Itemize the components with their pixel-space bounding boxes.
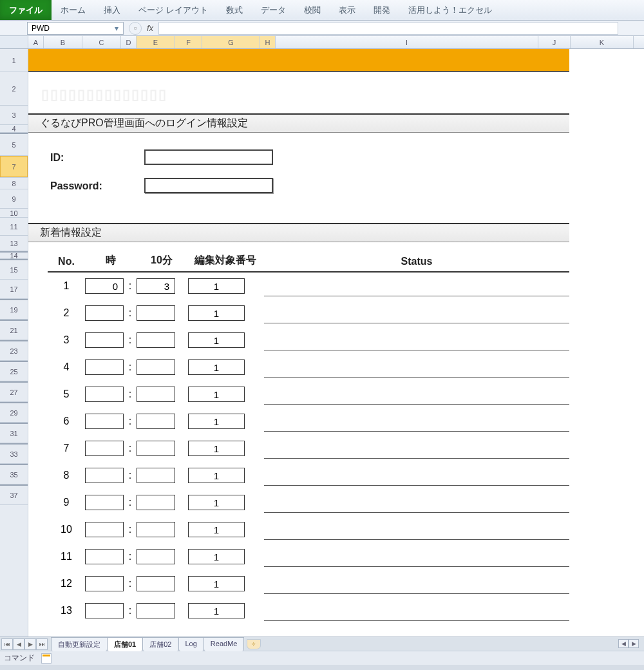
sheet-tab[interactable]: Log: [178, 637, 204, 651]
row-header-19[interactable]: 19: [0, 300, 28, 320]
row-header-37[interactable]: 37: [0, 486, 28, 505]
hour-input[interactable]: [85, 414, 124, 429]
col-header-H[interactable]: H: [260, 36, 276, 48]
sheet-tab[interactable]: 自動更新設定: [51, 637, 108, 651]
ribbon-tab-2[interactable]: 挿入: [95, 0, 129, 20]
status-cell[interactable]: [264, 443, 569, 459]
status-cell[interactable]: [264, 606, 569, 621]
minute-input[interactable]: [137, 522, 175, 537]
minute-input[interactable]: 3: [137, 278, 175, 294]
row-header-23[interactable]: 23: [0, 341, 28, 361]
hour-input[interactable]: [85, 576, 124, 591]
status-cell[interactable]: [264, 362, 569, 378]
status-cell[interactable]: [264, 497, 569, 513]
minute-input[interactable]: [137, 387, 175, 402]
row-header-27[interactable]: 27: [0, 383, 28, 402]
hscroll-left-icon[interactable]: ◀: [618, 639, 629, 648]
hour-input[interactable]: [85, 522, 124, 537]
edit-target-input[interactable]: 1: [188, 414, 245, 429]
edit-target-input[interactable]: 1: [188, 278, 245, 294]
status-cell[interactable]: [264, 335, 569, 350]
col-header-G[interactable]: G: [202, 36, 260, 48]
row-header-29[interactable]: 29: [0, 403, 28, 423]
status-cell[interactable]: [264, 389, 569, 405]
ribbon-tab-9[interactable]: 活用しよう！エクセル: [399, 0, 501, 20]
tab-nav-prev[interactable]: ◀: [13, 638, 24, 650]
col-header-K[interactable]: K: [571, 36, 634, 48]
chevron-down-icon[interactable]: ▾: [111, 24, 122, 33]
status-cell[interactable]: [264, 308, 569, 323]
edit-target-input[interactable]: 1: [188, 468, 245, 483]
col-header-C[interactable]: C: [82, 36, 121, 48]
id-input[interactable]: [144, 149, 273, 165]
row-header-14[interactable]: 14: [0, 253, 28, 259]
ribbon-tab-0[interactable]: ファイル: [0, 0, 52, 20]
hour-input[interactable]: [85, 603, 124, 618]
status-cell[interactable]: [264, 416, 569, 432]
minute-input[interactable]: [137, 332, 175, 348]
hour-input[interactable]: 0: [85, 278, 124, 294]
status-cell[interactable]: [264, 579, 569, 594]
minute-input[interactable]: [137, 468, 175, 483]
col-header-I[interactable]: I: [276, 36, 538, 48]
hscroll-right-icon[interactable]: ▶: [629, 639, 639, 648]
minute-input[interactable]: [137, 359, 175, 375]
row-header-31[interactable]: 31: [0, 424, 28, 443]
col-header-F[interactable]: F: [175, 36, 202, 48]
fx-label[interactable]: fx: [147, 23, 153, 33]
ribbon-tab-1[interactable]: ホーム: [52, 0, 95, 20]
row-header-4[interactable]: 4: [0, 125, 28, 133]
fx-circle-icon[interactable]: ○: [129, 22, 142, 35]
hour-input[interactable]: [85, 387, 124, 402]
ribbon-tab-8[interactable]: 開発: [365, 0, 399, 20]
ribbon-tab-4[interactable]: 数式: [217, 0, 252, 20]
sheet-tab[interactable]: 店舗01: [107, 637, 143, 651]
sheet-tab[interactable]: ReadMe: [204, 637, 245, 651]
edit-target-input[interactable]: 1: [188, 603, 245, 618]
col-header-E[interactable]: E: [137, 36, 175, 48]
hour-input[interactable]: [85, 468, 124, 483]
ribbon-tab-7[interactable]: 表示: [330, 0, 365, 20]
row-header-11[interactable]: 11: [0, 218, 28, 236]
ribbon-tab-6[interactable]: 校閲: [295, 0, 330, 20]
minute-input[interactable]: [137, 414, 175, 429]
add-sheet-button[interactable]: ✧: [247, 639, 261, 649]
minute-input[interactable]: [137, 576, 175, 591]
hour-input[interactable]: [85, 441, 124, 456]
select-all-corner[interactable]: [0, 36, 28, 48]
minute-input[interactable]: [137, 305, 175, 321]
formula-input[interactable]: [158, 22, 618, 35]
hour-input[interactable]: [85, 332, 124, 348]
hour-input[interactable]: [85, 495, 124, 510]
edit-target-input[interactable]: 1: [188, 441, 245, 456]
row-header-10[interactable]: 10: [0, 209, 28, 218]
row-header-25[interactable]: 25: [0, 362, 28, 381]
sheet-tab[interactable]: 店舗02: [142, 637, 178, 651]
row-header-7[interactable]: 7: [0, 156, 28, 178]
edit-target-input[interactable]: 1: [188, 522, 245, 537]
edit-target-input[interactable]: 1: [188, 495, 245, 510]
row-header-5[interactable]: 5: [0, 134, 28, 156]
password-input[interactable]: [144, 178, 273, 193]
edit-target-input[interactable]: 1: [188, 305, 245, 321]
row-header-33[interactable]: 33: [0, 445, 28, 464]
worksheet[interactable]: ▯▯▯▯▯▯▯▯▯▯▯▯▯▯ ぐるなびPRO管理画面へのログイン情報設定 ID:…: [28, 49, 644, 636]
name-box[interactable]: PWD ▾: [27, 22, 124, 35]
row-header-15[interactable]: 15: [0, 260, 28, 280]
tab-nav-last[interactable]: ⏭: [36, 638, 48, 650]
macro-record-icon[interactable]: [41, 653, 52, 664]
row-header-2[interactable]: 2: [0, 72, 28, 106]
edit-target-input[interactable]: 1: [188, 549, 245, 564]
row-header-3[interactable]: 3: [0, 106, 28, 125]
hour-input[interactable]: [85, 305, 124, 321]
row-header-9[interactable]: 9: [0, 189, 28, 209]
row-header-13[interactable]: 13: [0, 236, 28, 251]
row-header-35[interactable]: 35: [0, 465, 28, 484]
edit-target-input[interactable]: 1: [188, 359, 245, 375]
col-header-A[interactable]: A: [28, 36, 44, 48]
row-header-8[interactable]: 8: [0, 178, 28, 189]
col-header-D[interactable]: D: [121, 36, 137, 48]
row-header-17[interactable]: 17: [0, 280, 28, 299]
status-cell[interactable]: [264, 524, 569, 540]
col-header-B[interactable]: B: [44, 36, 82, 48]
